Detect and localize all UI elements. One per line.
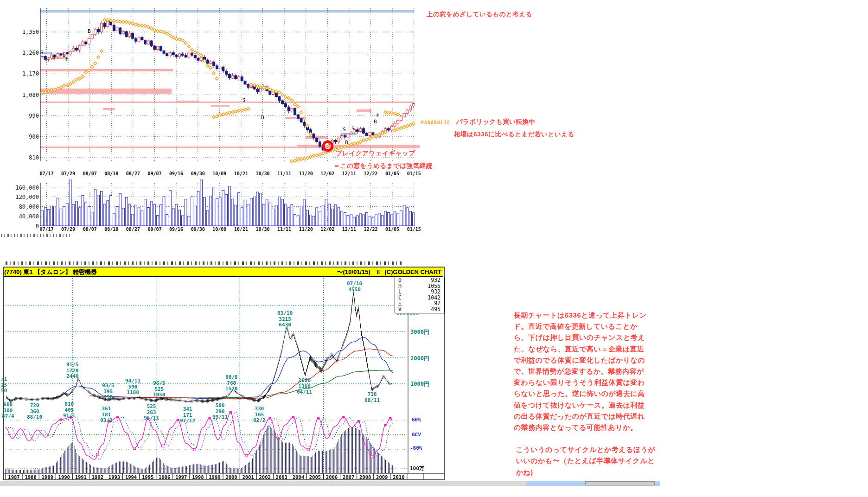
price-label-3000: 3000円 [410,328,429,336]
quote-key: V [398,306,402,312]
volume-axis-tick-label: 80,000 [11,204,39,210]
cycle-price-annotation: 93/5 395 790 [102,383,115,401]
date-axis-tick-label: 10/21 [231,227,251,232]
commentary-line: で利益のでる体質に変化したばかりなの [514,355,656,366]
date-axis-tick-label: 01/15 [404,227,424,232]
cycle-price-annotation: 2600 1300 04/11 [297,378,312,395]
commentary-line: 長期チャートは6336と違って上昇トレン [514,310,656,321]
cycle-price-annotation: 738 08/11 [364,392,380,403]
commentary-line: 変わらない限りそうそう利益体質は変わ [514,377,656,388]
commentary-line: らないと思った。逆に怖いのが過去に高 [514,388,656,399]
date-axis-tick-label: 09/30 [188,171,208,176]
y-axis-tick-label: 810 [11,154,39,161]
svg-text:S: S [351,126,355,132]
year-tick-label: 1998 [190,474,206,480]
cycle-price-annotation: 810 405 91/1 [63,401,76,419]
date-axis-tick-label: 11/20 [296,227,316,232]
date-axis-tick-label: 12/11 [339,227,359,232]
cycle-price-annotation: 96/5 525 1050 [153,381,166,398]
analysis-commentary: 長期チャートは6336と違って上昇トレンド。直近で高値を更新していることから、下… [514,310,656,478]
commentary-line: た。なぜなら、直近で高い＝企業は直近 [514,344,656,355]
quote-key: L [398,289,402,295]
copyright: (C)GOLDEN CHART [384,268,441,275]
date-axis-tick-label: 10/30 [253,227,273,232]
quote-row: O932 [395,277,444,283]
cycle-price-annotation: 330 165 02/2 [253,406,266,424]
svg-text:B: B [88,28,91,34]
annotation-upper-window: 上の窓をめざしているものと考える [427,10,532,19]
date-axis-tick-label: 12/22 [361,171,381,176]
svg-text:S: S [343,127,346,133]
commentary-line: の業務内容となってる可能性ありか。 [514,422,656,433]
svg-text:B: B [261,115,264,121]
cycle-price-annotation: /1 25 50 [1,376,7,394]
svg-text:S: S [243,97,246,103]
cycle-price-annotation: 600 300 87/4 [2,402,14,420]
commentary-line: こういうのってサイクルとか考えるほうが [514,444,656,455]
date-axis-tick-label: 09/16 [166,171,186,176]
date-axis-tick-label: 11/11 [274,227,294,232]
date-axis-tick-label: 12/11 [339,171,359,176]
volume-axis-tick-label: 40,000 [11,213,39,220]
year-tick-label: 2007 [340,474,357,480]
chart-period: 〜(10/01/15) [337,268,370,276]
price-label-1000: 1000円 [410,380,429,388]
volume-axis-tick-label: 0 [11,223,39,229]
year-tick-label: 2008 [357,474,374,480]
charts-canvas: SBSBSBSSBB [0,0,868,497]
year-tick-label: 1991 [72,474,89,480]
price-label-2000: 2000円 [410,355,429,363]
horizontal-scrollbar-thumb[interactable] [585,481,655,485]
date-axis-tick-label: 11/11 [274,171,294,176]
year-tick-label: 1992 [89,474,106,480]
commentary-line: ら、下げは押し目買いのチャンスと考え [514,332,656,343]
svg-text:S: S [63,52,66,58]
commentary-line: かね) [514,467,656,478]
y-axis-tick-label: 900 [11,134,39,140]
annotation-parabolic-1: パラボリックも買い転換中 [456,118,536,126]
year-tick-label: 2000 [223,474,240,480]
quote-key: O [398,277,402,283]
date-axis-tick-label: 01/05 [382,171,402,176]
year-tick-label: 2010 [390,474,407,480]
date-axis-tick-label: 01/05 [382,227,402,232]
year-tick-label: 1987 [6,474,22,480]
svg-text:B: B [345,140,348,146]
year-tick-label: 2001 [240,474,256,480]
volume-axis-tick-label: 120,000 [11,194,39,200]
cycle-price-annotation: 361 181 93/2 [100,406,113,424]
quote-value: 932 [431,289,440,295]
annotation-parabolic-2: 相場は6336に比べるとまだ若いといえる [454,130,574,139]
date-axis-tick-label: 01/15 [404,171,424,176]
commentary-line [514,433,656,444]
year-tick-label: 2005 [306,474,323,480]
cycle-price-annotation: 720 360 88/10 [27,403,42,421]
osc-label-60: 60% [412,417,421,423]
y-axis-tick-label: 1,260 [11,50,39,56]
date-axis-tick-label: 08/07 [80,171,100,176]
year-tick-label: 1995 [140,474,156,480]
date-axis-tick-label: 10/09 [209,171,230,176]
cycle-price-annotation: 94/11 590 1180 [125,378,140,396]
year-tick-label: 1999 [206,474,223,480]
annotation-window-bullish: ＝この窓をうめるまでは強気継続 [334,162,433,170]
date-axis-tick-label: 08/27 [123,227,143,232]
date-axis-tick-label: 08/18 [101,171,121,176]
y-axis-tick-label: 990 [11,113,39,119]
quote-value: 932 [431,277,440,283]
golden-chart-header: (7740) 東1 【タムロン】 精密機器 〜(10/01/15) ‖ (C)G… [4,268,443,277]
osc-label-gcv: GCV [412,432,421,438]
date-axis-tick-label: 12/22 [361,227,381,232]
date-axis-tick-label: 09/16 [166,227,186,232]
year-tick-label: 2002 [256,474,273,480]
date-axis-tick-label: 07/17 [37,171,57,176]
commentary-line: で、世界情勢が急変するか、業務内容が [514,366,656,377]
cycle-price-annotation: 03/10 3215 6430 [277,311,293,328]
date-axis-tick-label: 08/18 [101,227,121,232]
date-axis-tick-label: 10/09 [209,227,230,232]
year-tick-label: 1997 [173,474,190,480]
osc-label-minus60: -60% [410,445,422,451]
year-tick-label: 1988 [22,474,39,480]
commentary-line: ド。直近で高値を更新していることか [514,321,656,332]
cycle-price-annotation: 341 171 97/12 [180,407,195,424]
